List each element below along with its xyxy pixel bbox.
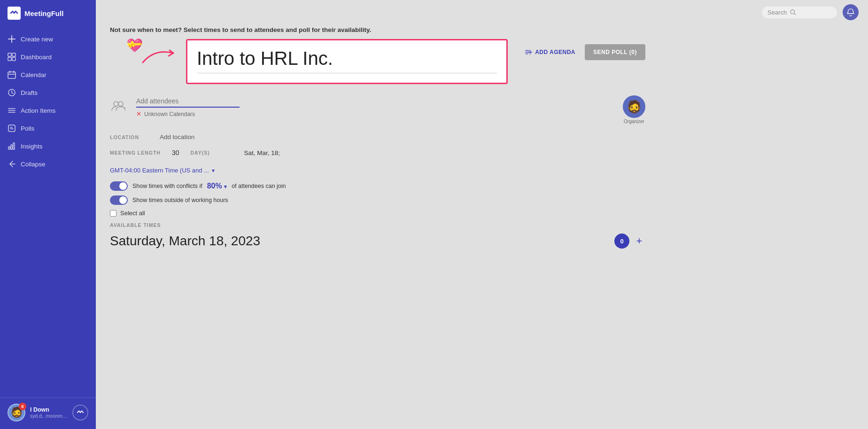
organizer-section: 🧔 Organizer <box>623 95 645 124</box>
unknown-calendars-row: ✕ Unknown Calendars <box>136 110 613 117</box>
create-new-label: Create new <box>21 36 53 43</box>
attendees-input-area: ✕ Unknown Calendars <box>136 95 613 117</box>
add-time-button[interactable]: + <box>633 235 645 247</box>
conflicts-percent[interactable]: 80% ▾ <box>207 182 227 190</box>
remove-calendar-icon[interactable]: ✕ <box>136 110 141 117</box>
add-location-button[interactable]: Add location <box>160 133 194 140</box>
search-icon <box>790 9 796 16</box>
polls-label: Polls <box>21 125 34 132</box>
sidebar-item-polls[interactable]: Polls <box>0 119 96 137</box>
conflicts-toggle[interactable] <box>110 181 128 191</box>
select-all-checkbox[interactable] <box>110 210 116 217</box>
svg-rect-2 <box>8 53 11 56</box>
sidebar-item-collapse[interactable]: Collapse <box>0 155 96 173</box>
svg-rect-3 <box>12 53 16 56</box>
unknown-calendars-label: Unknown Calendars <box>144 111 195 117</box>
available-date: Saturday, March 18, 2023 <box>110 234 260 249</box>
plus-icon <box>8 35 16 43</box>
outside-hours-toggle-row: Show times outside of working hours <box>110 195 645 205</box>
organizer-avatar: 🧔 <box>623 95 645 118</box>
sidebar-item-action-items[interactable]: Action Items <box>0 101 96 119</box>
select-all-label: Select all <box>120 210 145 217</box>
outside-hours-label: Show times outside of working hours <box>132 197 228 203</box>
svg-rect-15 <box>8 147 10 149</box>
top-bar: Search <box>96 0 868 24</box>
outside-hours-toggle[interactable] <box>110 195 128 205</box>
grid-icon <box>8 53 16 61</box>
svg-line-20 <box>794 13 796 15</box>
notification-button[interactable] <box>843 4 859 20</box>
attendees-section: ✕ Unknown Calendars 🧔 Organizer <box>110 95 645 124</box>
logo-icon <box>8 7 21 20</box>
conflicts-label-before: Show times with conflicts if <box>132 183 202 189</box>
sidebar: MeetingFull Create new Dashboard <box>0 0 96 429</box>
action-items-label: Action Items <box>21 107 55 114</box>
sidebar-item-drafts[interactable]: Drafts <box>0 84 96 101</box>
dashboard-label: Dashboard <box>21 54 52 61</box>
arrow-left-icon <box>8 160 16 168</box>
meeting-length-label: MEETING LENGTH <box>110 150 161 156</box>
meetingfull-bottom-icon <box>72 405 88 421</box>
percent-chevron-icon: ▾ <box>224 184 227 189</box>
days-label: DAY(S) <box>191 150 233 156</box>
group-icon <box>111 100 125 111</box>
sidebar-logo: MeetingFull <box>0 0 96 26</box>
add-agenda-button[interactable]: ADD AGENDA <box>519 44 581 61</box>
attendees-input[interactable] <box>136 95 240 108</box>
meeting-length-value: 30 <box>172 149 179 156</box>
title-underline <box>197 73 497 73</box>
timezone-chevron-icon: ▾ <box>212 167 215 174</box>
menu-icon <box>8 106 16 115</box>
title-input-wrapper <box>186 39 508 84</box>
page-content: Not sure when to meet? Select times to s… <box>96 24 659 263</box>
svg-point-26 <box>114 101 118 106</box>
arrow-icon <box>140 44 178 67</box>
svg-rect-5 <box>12 57 16 61</box>
user-name: l Down <box>30 406 68 413</box>
logo-text: MeetingFull <box>24 9 63 17</box>
agenda-list-icon <box>525 48 532 56</box>
available-times-label: AVAILABLE TIMES <box>110 222 645 228</box>
svg-rect-17 <box>13 143 15 149</box>
svg-rect-14 <box>8 125 15 132</box>
action-buttons: ADD AGENDA SEND POLL (0) <box>519 39 645 61</box>
timezone-text: GMT-04:00 Eastern Time (US and ... <box>110 167 209 174</box>
sidebar-item-dashboard[interactable]: Dashboard <box>0 48 96 66</box>
avatar-wrap: 🧔 6 <box>8 404 25 421</box>
drafts-label: Drafts <box>21 89 38 96</box>
add-location-text: Add location <box>160 133 194 140</box>
search-text: Search <box>767 9 787 16</box>
organizer-label: Organizer <box>624 119 644 124</box>
send-poll-label: SEND POLL (0) <box>593 49 637 55</box>
send-poll-button[interactable]: SEND POLL (0) <box>585 44 645 60</box>
search-bar[interactable]: Search <box>762 7 837 18</box>
bell-icon <box>846 8 855 16</box>
user-row: 🧔 6 l Down syd.d...moonmeetings.com <box>8 404 88 421</box>
sidebar-item-calendar[interactable]: Calendar <box>0 66 96 84</box>
svg-point-27 <box>118 101 123 106</box>
toggle-knob <box>119 182 127 190</box>
heart-icons: 💝 <box>126 39 143 52</box>
sidebar-item-insights[interactable]: Insights <box>0 137 96 155</box>
conflicts-toggle-row: Show times with conflicts if 80% ▾ of at… <box>110 181 645 191</box>
svg-rect-6 <box>8 72 16 78</box>
select-all-row: Select all <box>110 210 645 217</box>
calendar-icon <box>8 70 16 79</box>
notification-badge: 6 <box>19 403 26 410</box>
date-header: Saturday, March 18, 2023 0 + <box>110 234 645 249</box>
days-value: Sat, Mar, 18; <box>244 149 280 156</box>
sidebar-bottom: 🧔 6 l Down syd.d...moonmeetings.com <box>0 398 96 429</box>
meeting-length-row: MEETING LENGTH 30 DAY(S) Sat, Mar, 18; <box>110 149 645 156</box>
insights-label: Insights <box>21 143 43 150</box>
svg-rect-4 <box>8 57 11 61</box>
polls-icon <box>8 124 16 133</box>
sidebar-item-create-new[interactable]: Create new <box>0 30 96 48</box>
date-badge-row: 0 + <box>614 234 645 249</box>
meeting-title-input[interactable] <box>197 48 497 69</box>
user-email: syd.d...moonmeetings.com <box>30 413 68 419</box>
timezone-row[interactable]: GMT-04:00 Eastern Time (US and ... ▾ <box>110 167 645 174</box>
poll-banner: Not sure when to meet? Select times to s… <box>110 24 645 33</box>
date-count-badge: 0 <box>614 234 629 249</box>
organizer-emoji: 🧔 <box>627 100 642 114</box>
user-info: l Down syd.d...moonmeetings.com <box>30 406 68 419</box>
